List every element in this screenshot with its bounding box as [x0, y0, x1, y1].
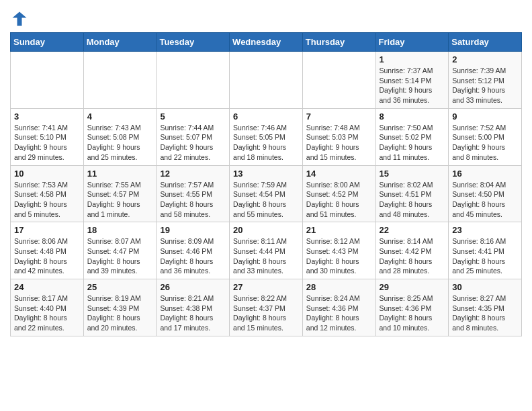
calendar-cell: 12Sunrise: 7:57 AM Sunset: 4:55 PM Dayli…: [157, 165, 230, 222]
day-number: 3: [14, 111, 80, 122]
day-info: Sunrise: 7:53 AM Sunset: 4:58 PM Dayligh…: [14, 180, 80, 220]
day-number: 1: [380, 54, 445, 64]
calendar-cell: 27Sunrise: 8:22 AM Sunset: 4:37 PM Dayli…: [230, 279, 303, 336]
calendar-cell: 15Sunrise: 8:02 AM Sunset: 4:51 PM Dayli…: [375, 165, 449, 222]
day-number: 23: [452, 225, 518, 235]
day-number: 29: [380, 282, 445, 292]
calendar-cell: 14Sunrise: 8:00 AM Sunset: 4:52 PM Dayli…: [302, 165, 375, 222]
calendar-week-row: 24Sunrise: 8:17 AM Sunset: 4:40 PM Dayli…: [11, 279, 522, 336]
logo-icon: [10, 9, 29, 28]
day-number: 5: [160, 111, 226, 122]
calendar-cell: 13Sunrise: 7:59 AM Sunset: 4:54 PM Dayli…: [230, 165, 303, 222]
calendar-week-row: 10Sunrise: 7:53 AM Sunset: 4:58 PM Dayli…: [11, 165, 522, 222]
calendar-cell: 26Sunrise: 8:21 AM Sunset: 4:38 PM Dayli…: [157, 279, 230, 336]
day-header-monday: Monday: [83, 33, 157, 52]
day-number: 19: [160, 225, 226, 235]
day-number: 20: [233, 225, 299, 235]
calendar-cell: 5Sunrise: 7:44 AM Sunset: 5:07 PM Daylig…: [157, 108, 230, 165]
day-info: Sunrise: 8:27 AM Sunset: 4:35 PM Dayligh…: [452, 293, 518, 333]
calendar-cell: 17Sunrise: 8:06 AM Sunset: 4:48 PM Dayli…: [11, 222, 84, 279]
header: [10, 7, 522, 28]
calendar-cell: [302, 52, 375, 109]
day-info: Sunrise: 8:25 AM Sunset: 4:36 PM Dayligh…: [380, 293, 445, 333]
calendar-cell: 23Sunrise: 8:16 AM Sunset: 4:41 PM Dayli…: [449, 222, 522, 279]
day-number: 17: [14, 225, 80, 235]
day-number: 24: [14, 282, 80, 292]
calendar-cell: 20Sunrise: 8:11 AM Sunset: 4:44 PM Dayli…: [230, 222, 303, 279]
calendar-cell: 9Sunrise: 7:52 AM Sunset: 5:00 PM Daylig…: [449, 108, 522, 165]
calendar-cell: 11Sunrise: 7:55 AM Sunset: 4:57 PM Dayli…: [83, 165, 157, 222]
day-info: Sunrise: 8:09 AM Sunset: 4:46 PM Dayligh…: [160, 236, 226, 276]
day-info: Sunrise: 7:46 AM Sunset: 5:05 PM Dayligh…: [233, 123, 299, 163]
day-number: 16: [452, 169, 518, 179]
day-header-tuesday: Tuesday: [157, 33, 230, 52]
day-info: Sunrise: 8:02 AM Sunset: 4:51 PM Dayligh…: [380, 180, 445, 220]
day-number: 4: [87, 111, 153, 122]
calendar-cell: 30Sunrise: 8:27 AM Sunset: 4:35 PM Dayli…: [449, 279, 522, 336]
day-number: 2: [452, 54, 518, 64]
day-number: 14: [306, 169, 372, 179]
logo: [10, 9, 32, 28]
day-info: Sunrise: 7:52 AM Sunset: 5:00 PM Dayligh…: [452, 123, 518, 163]
calendar-cell: 10Sunrise: 7:53 AM Sunset: 4:58 PM Dayli…: [11, 165, 84, 222]
day-info: Sunrise: 7:37 AM Sunset: 5:14 PM Dayligh…: [380, 66, 445, 105]
day-info: Sunrise: 8:06 AM Sunset: 4:48 PM Dayligh…: [14, 236, 80, 276]
day-info: Sunrise: 8:22 AM Sunset: 4:37 PM Dayligh…: [233, 293, 299, 333]
calendar-cell: 28Sunrise: 8:24 AM Sunset: 4:36 PM Dayli…: [302, 279, 375, 336]
day-info: Sunrise: 8:00 AM Sunset: 4:52 PM Dayligh…: [306, 180, 372, 220]
day-header-sunday: Sunday: [11, 33, 84, 52]
calendar-cell: 29Sunrise: 8:25 AM Sunset: 4:36 PM Dayli…: [375, 279, 449, 336]
calendar-cell: 2Sunrise: 7:39 AM Sunset: 5:12 PM Daylig…: [449, 52, 522, 109]
calendar-cell: 16Sunrise: 8:04 AM Sunset: 4:50 PM Dayli…: [449, 165, 522, 222]
day-header-wednesday: Wednesday: [230, 33, 303, 52]
day-info: Sunrise: 7:55 AM Sunset: 4:57 PM Dayligh…: [87, 180, 153, 220]
calendar-cell: [83, 52, 157, 109]
day-info: Sunrise: 7:57 AM Sunset: 4:55 PM Dayligh…: [160, 180, 226, 220]
day-header-saturday: Saturday: [449, 33, 522, 52]
day-header-friday: Friday: [375, 33, 449, 52]
day-number: 30: [452, 282, 518, 292]
calendar-week-row: 3Sunrise: 7:41 AM Sunset: 5:10 PM Daylig…: [11, 108, 522, 165]
calendar-cell: 19Sunrise: 8:09 AM Sunset: 4:46 PM Dayli…: [157, 222, 230, 279]
day-number: 15: [380, 169, 445, 179]
calendar-cell: 18Sunrise: 8:07 AM Sunset: 4:47 PM Dayli…: [83, 222, 157, 279]
calendar-cell: 24Sunrise: 8:17 AM Sunset: 4:40 PM Dayli…: [11, 279, 84, 336]
calendar-cell: 1Sunrise: 7:37 AM Sunset: 5:14 PM Daylig…: [375, 52, 449, 109]
day-info: Sunrise: 8:11 AM Sunset: 4:44 PM Dayligh…: [233, 236, 299, 276]
day-number: 25: [87, 282, 153, 292]
day-number: 27: [233, 282, 299, 292]
day-number: 13: [233, 169, 299, 179]
day-info: Sunrise: 8:07 AM Sunset: 4:47 PM Dayligh…: [87, 236, 153, 276]
day-info: Sunrise: 8:24 AM Sunset: 4:36 PM Dayligh…: [306, 293, 372, 333]
day-info: Sunrise: 7:41 AM Sunset: 5:10 PM Dayligh…: [14, 123, 80, 163]
day-info: Sunrise: 8:19 AM Sunset: 4:39 PM Dayligh…: [87, 293, 153, 333]
day-number: 12: [160, 169, 226, 179]
day-number: 7: [306, 111, 372, 122]
calendar-cell: 6Sunrise: 7:46 AM Sunset: 5:05 PM Daylig…: [230, 108, 303, 165]
day-number: 26: [160, 282, 226, 292]
calendar-cell: 21Sunrise: 8:12 AM Sunset: 4:43 PM Dayli…: [302, 222, 375, 279]
svg-marker-0: [13, 12, 27, 26]
day-info: Sunrise: 8:17 AM Sunset: 4:40 PM Dayligh…: [14, 293, 80, 333]
day-number: 22: [380, 225, 445, 235]
day-number: 10: [14, 169, 80, 179]
calendar-cell: 3Sunrise: 7:41 AM Sunset: 5:10 PM Daylig…: [11, 108, 84, 165]
calendar-cell: [157, 52, 230, 109]
day-info: Sunrise: 7:48 AM Sunset: 5:03 PM Dayligh…: [306, 123, 372, 163]
calendar-week-row: 17Sunrise: 8:06 AM Sunset: 4:48 PM Dayli…: [11, 222, 522, 279]
day-number: 11: [87, 169, 153, 179]
day-info: Sunrise: 8:14 AM Sunset: 4:42 PM Dayligh…: [380, 236, 445, 276]
day-number: 9: [452, 111, 518, 122]
calendar-header-row: SundayMondayTuesdayWednesdayThursdayFrid…: [11, 33, 522, 52]
day-header-thursday: Thursday: [302, 33, 375, 52]
calendar-cell: [11, 52, 84, 109]
day-number: 21: [306, 225, 372, 235]
day-info: Sunrise: 7:44 AM Sunset: 5:07 PM Dayligh…: [160, 123, 226, 163]
day-info: Sunrise: 8:16 AM Sunset: 4:41 PM Dayligh…: [452, 236, 518, 276]
day-number: 8: [380, 111, 445, 122]
day-info: Sunrise: 7:39 AM Sunset: 5:12 PM Dayligh…: [452, 66, 518, 105]
day-info: Sunrise: 8:12 AM Sunset: 4:43 PM Dayligh…: [306, 236, 372, 276]
calendar-cell: 25Sunrise: 8:19 AM Sunset: 4:39 PM Dayli…: [83, 279, 157, 336]
calendar-cell: 22Sunrise: 8:14 AM Sunset: 4:42 PM Dayli…: [375, 222, 449, 279]
day-info: Sunrise: 7:50 AM Sunset: 5:02 PM Dayligh…: [380, 123, 445, 163]
